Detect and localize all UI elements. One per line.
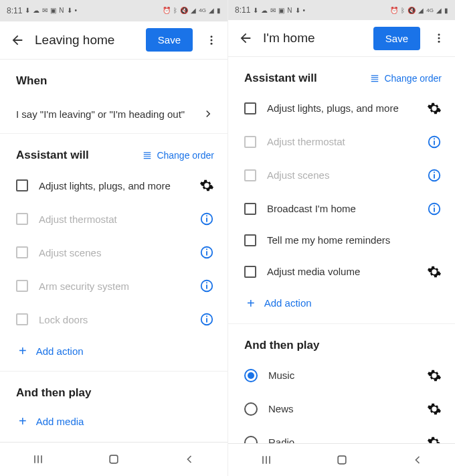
checkbox[interactable] xyxy=(16,280,28,292)
info-icon xyxy=(199,212,214,226)
settings-gear-button[interactable] xyxy=(426,263,443,281)
radio-button[interactable] xyxy=(244,436,258,443)
reorder-icon xyxy=(369,74,380,83)
mute-icon: 🔇 xyxy=(407,7,416,14)
home-icon xyxy=(107,453,120,466)
info-button[interactable] xyxy=(198,210,215,228)
add-action-button[interactable]: + Add action xyxy=(0,336,227,368)
play-row-music[interactable]: Music xyxy=(228,359,455,392)
home-button[interactable] xyxy=(100,446,127,473)
action-row-thermostat[interactable]: Adjust thermostat xyxy=(228,125,455,159)
chevron-left-icon xyxy=(411,453,424,467)
settings-gear-button[interactable] xyxy=(198,177,215,194)
action-row-reminders[interactable]: Tell me my home reminders xyxy=(228,226,455,255)
save-button[interactable]: Save xyxy=(146,28,193,52)
when-trigger-row[interactable]: I say "I'm leaving" or "I'm heading out" xyxy=(0,94,227,134)
status-icon: • xyxy=(303,7,306,14)
info-icon xyxy=(427,202,442,216)
back-button[interactable] xyxy=(236,29,255,48)
info-button[interactable] xyxy=(198,277,215,295)
status-icon: ⬇ xyxy=(295,7,300,14)
info-button[interactable] xyxy=(426,200,443,218)
add-media-label: Add media xyxy=(36,416,84,427)
add-action-label: Add action xyxy=(264,297,312,309)
svg-rect-28 xyxy=(338,456,346,464)
section-title-play: And then play xyxy=(16,386,91,400)
info-button[interactable] xyxy=(426,167,443,184)
checkbox[interactable] xyxy=(16,213,28,225)
action-row-lock[interactable]: Lock doors xyxy=(0,303,227,336)
checkbox[interactable] xyxy=(244,234,256,246)
settings-gear-button[interactable] xyxy=(426,400,443,418)
settings-gear-button[interactable] xyxy=(426,367,443,384)
action-row-media-volume[interactable]: Adjust media volume xyxy=(228,255,455,289)
action-row-thermostat[interactable]: Adjust thermostat xyxy=(0,202,227,236)
checkbox[interactable] xyxy=(244,169,256,181)
back-button[interactable] xyxy=(8,31,27,50)
action-label: Adjust lights, plugs, and more xyxy=(267,102,415,114)
status-time: 8:11 xyxy=(7,6,22,15)
checkbox[interactable] xyxy=(244,136,256,148)
action-label: Broadcast I'm home xyxy=(267,203,415,214)
action-row-security[interactable]: Arm security system xyxy=(0,269,227,303)
status-icon: ▣ xyxy=(50,7,56,14)
radio-button[interactable] xyxy=(244,369,258,382)
content-scroll[interactable]: When I say "I'm leaving" or "I'm heading… xyxy=(0,60,227,441)
action-row-scenes[interactable]: Adjust scenes xyxy=(0,236,227,269)
content-scroll[interactable]: Assistant will Change order Adjust light… xyxy=(228,57,455,443)
play-row-news[interactable]: News xyxy=(228,392,455,426)
info-button[interactable] xyxy=(426,133,443,151)
gear-icon xyxy=(427,435,442,443)
battery-icon: ▮ xyxy=(444,7,448,14)
action-label: Adjust thermostat xyxy=(39,214,187,225)
info-button[interactable] xyxy=(198,244,215,261)
svg-point-2 xyxy=(211,43,213,45)
change-order-label: Change order xyxy=(384,73,442,84)
action-row-lights[interactable]: Adjust lights, plugs, and more xyxy=(228,92,455,125)
home-button[interactable] xyxy=(329,447,355,473)
add-action-button[interactable]: + Add action xyxy=(228,289,455,321)
status-icon: ⬇ xyxy=(67,7,72,14)
radio-button[interactable] xyxy=(244,402,258,416)
svg-rect-10 xyxy=(206,285,207,289)
action-label: Tell me my home reminders xyxy=(267,234,443,246)
info-button[interactable] xyxy=(198,311,215,328)
overflow-menu-button[interactable] xyxy=(201,29,222,51)
checkbox[interactable] xyxy=(244,102,256,114)
action-row-scenes[interactable]: Adjust scenes xyxy=(228,159,455,192)
checkbox[interactable] xyxy=(16,313,28,325)
back-nav-button[interactable] xyxy=(404,447,431,473)
recents-icon xyxy=(260,453,273,467)
change-order-button[interactable]: Change order xyxy=(369,73,442,84)
section-when-header: When xyxy=(0,60,227,94)
alarm-icon: ⏰ xyxy=(390,7,398,14)
svg-rect-4 xyxy=(206,218,207,222)
android-nav-bar xyxy=(228,443,455,476)
action-row-broadcast[interactable]: Broadcast I'm home xyxy=(228,192,455,226)
status-icon: N xyxy=(59,7,64,14)
settings-gear-button[interactable] xyxy=(426,100,443,117)
settings-gear-button[interactable] xyxy=(426,434,443,443)
action-label: Adjust media volume xyxy=(267,266,415,277)
back-nav-button[interactable] xyxy=(176,446,203,473)
page-title: Leaving home xyxy=(35,33,138,48)
play-row-radio[interactable]: Radio xyxy=(228,426,455,443)
add-media-button[interactable]: + Add media xyxy=(0,406,227,439)
save-button[interactable]: Save xyxy=(373,27,420,50)
svg-point-0 xyxy=(211,35,213,37)
change-order-button[interactable]: Change order xyxy=(142,150,214,161)
recents-button[interactable] xyxy=(253,447,280,473)
overflow-menu-button[interactable] xyxy=(428,27,450,49)
checkbox[interactable] xyxy=(244,266,256,278)
checkbox[interactable] xyxy=(16,246,28,258)
checkbox[interactable] xyxy=(244,203,256,215)
change-order-label: Change order xyxy=(157,150,214,161)
section-assistant-header: Assistant will Change order xyxy=(0,134,227,169)
plus-icon: + xyxy=(19,344,27,358)
recents-button[interactable] xyxy=(25,446,52,473)
action-row-lights[interactable]: Adjust lights, plugs, and more xyxy=(0,169,227,202)
section-title-when: When xyxy=(16,74,47,88)
bluetooth-icon: ᛒ xyxy=(173,7,177,14)
recents-icon xyxy=(31,453,45,466)
checkbox[interactable] xyxy=(16,179,28,191)
